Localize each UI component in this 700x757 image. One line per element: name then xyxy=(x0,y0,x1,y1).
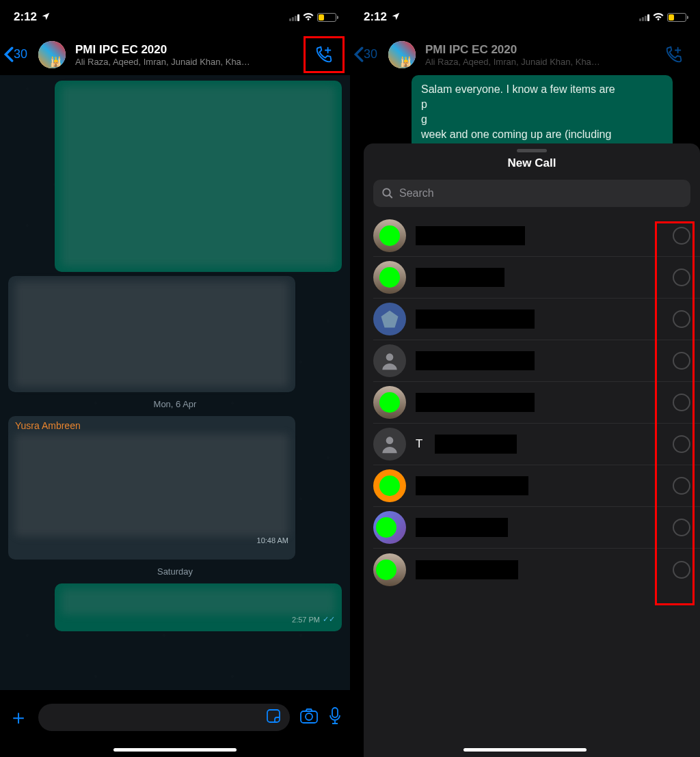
status-bar: 2:12 xyxy=(350,0,700,34)
wifi-icon xyxy=(302,11,314,23)
contact-row[interactable] xyxy=(373,507,700,549)
home-indicator[interactable] xyxy=(463,748,587,752)
contact-row[interactable] xyxy=(373,549,700,590)
contact-avatar xyxy=(373,303,406,335)
status-time: 2:12 xyxy=(364,10,387,24)
contact-name xyxy=(416,393,535,412)
new-call-sheet: New Call Search xyxy=(364,143,700,757)
home-indicator[interactable] xyxy=(113,748,237,752)
contact-name xyxy=(416,476,528,495)
contact-avatar xyxy=(373,469,406,502)
sender-name: Yusra Ambreen xyxy=(15,420,288,431)
search-placeholder: Search xyxy=(399,187,434,199)
svg-point-4 xyxy=(383,189,390,196)
call-button[interactable] xyxy=(304,36,345,73)
sheet-title: New Call xyxy=(364,156,700,170)
chat-header: 30 🕌 PMI IPC EC 2020 Ali Raza, Aqeed, Im… xyxy=(0,34,350,75)
group-avatar[interactable]: 🕌 xyxy=(388,41,416,68)
contact-name xyxy=(416,560,518,579)
wifi-icon xyxy=(652,11,664,23)
message-out[interactable] xyxy=(55,81,342,272)
message-in[interactable] xyxy=(8,276,295,392)
svg-point-6 xyxy=(386,353,394,361)
contact-row[interactable] xyxy=(373,382,700,424)
svg-rect-3 xyxy=(332,708,338,717)
contact-list[interactable]: T xyxy=(364,215,700,757)
chat-members: Ali Raza, Aqeed, Imran, Junaid Khan, Kha… xyxy=(75,57,299,67)
cellular-icon xyxy=(289,13,299,21)
message-time: 10:48 AM xyxy=(15,536,288,545)
back-button[interactable]: 30 xyxy=(350,46,381,62)
chat-body[interactable]: Mon, 6 Apr Yusra Ambreen 10:48 AM Saturd… xyxy=(0,75,350,690)
contact-row[interactable] xyxy=(373,299,700,340)
chat-title: PMI IPC EC 2020 xyxy=(425,43,649,57)
contact-name xyxy=(416,309,535,329)
screenshot-right: 2:12 30 🕌 PMI IPC EC 2020 Ali Raza, Aqee… xyxy=(350,0,700,757)
camera-button[interactable] xyxy=(299,708,319,727)
contact-name xyxy=(416,351,535,370)
search-icon xyxy=(381,187,394,199)
message-time: 2:57 PM ✓✓ xyxy=(62,615,335,624)
chat-header: 30 🕌 PMI IPC EC 2020 Ali Raza, Aqeed, Im… xyxy=(350,34,700,75)
contact-avatar xyxy=(373,219,406,252)
mic-button[interactable] xyxy=(328,706,342,728)
date-divider: Mon, 6 Apr xyxy=(0,399,350,409)
read-receipt-icon: ✓✓ xyxy=(323,615,335,624)
contact-row[interactable] xyxy=(373,465,700,507)
contact-initial: T xyxy=(416,437,425,451)
battery-icon xyxy=(317,13,336,22)
contact-name xyxy=(416,518,508,537)
contact-name xyxy=(435,435,517,454)
chat-title: PMI IPC EC 2020 xyxy=(75,43,299,57)
battery-icon xyxy=(667,13,686,22)
group-avatar[interactable]: 🕌 xyxy=(38,41,66,68)
location-icon xyxy=(391,12,401,23)
contact-avatar xyxy=(373,511,406,544)
highlight-annotation xyxy=(655,221,695,605)
contact-avatar xyxy=(373,428,406,460)
chat-title-block[interactable]: PMI IPC EC 2020 Ali Raza, Aqeed, Imran, … xyxy=(70,43,299,67)
screenshot-left: 2:12 30 🕌 PMI IPC EC 2020 Ali Raza, Aqee… xyxy=(0,0,350,757)
contact-row[interactable] xyxy=(373,215,700,257)
back-button[interactable]: 30 xyxy=(0,46,31,62)
svg-point-2 xyxy=(306,713,312,720)
back-count: 30 xyxy=(14,47,27,61)
contact-name xyxy=(416,226,525,245)
svg-point-7 xyxy=(386,437,394,444)
message-in-with-sender[interactable]: Yusra Ambreen 10:48 AM xyxy=(8,416,295,560)
search-input[interactable]: Search xyxy=(373,180,690,207)
compose-bar: ＋ xyxy=(0,697,350,738)
svg-rect-0 xyxy=(267,710,280,722)
contact-name xyxy=(416,268,504,287)
contact-row[interactable] xyxy=(373,340,700,382)
svg-marker-5 xyxy=(381,311,399,328)
back-count: 30 xyxy=(364,47,377,61)
call-button[interactable] xyxy=(654,36,695,73)
status-time: 2:12 xyxy=(14,10,37,24)
date-divider: Saturday xyxy=(0,566,350,577)
contact-row[interactable] xyxy=(373,257,700,299)
attach-button[interactable]: ＋ xyxy=(8,704,29,732)
contact-avatar xyxy=(373,386,406,419)
location-icon xyxy=(41,12,51,23)
chat-members: Ali Raza, Aqeed, Imran, Junaid Khan, Kha… xyxy=(425,57,649,67)
message-input[interactable] xyxy=(38,704,290,731)
contact-avatar xyxy=(373,261,406,294)
message-out[interactable]: 2:57 PM ✓✓ xyxy=(55,583,342,631)
contact-avatar xyxy=(373,553,406,586)
cellular-icon xyxy=(639,13,649,21)
contact-row[interactable]: T xyxy=(373,424,700,465)
chat-title-block[interactable]: PMI IPC EC 2020 Ali Raza, Aqeed, Imran, … xyxy=(420,43,649,67)
sheet-handle[interactable] xyxy=(517,149,547,152)
contact-avatar xyxy=(373,344,406,377)
status-bar: 2:12 xyxy=(0,0,350,34)
sticker-icon[interactable] xyxy=(265,708,282,727)
